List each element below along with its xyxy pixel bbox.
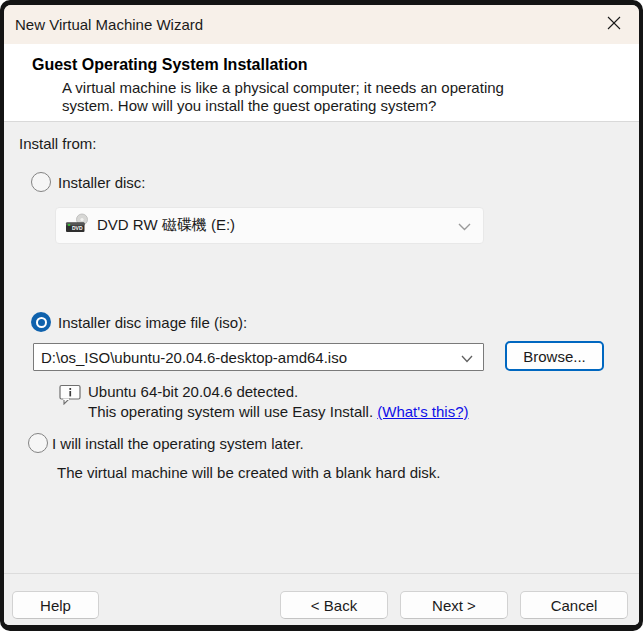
detected-os-text: Ubuntu 64-bit 20.04.6 detected. bbox=[88, 383, 298, 400]
iso-path-value[interactable]: D:\os_ISO\ubuntu-20.04.6-desktop-amd64.i… bbox=[41, 349, 461, 366]
radio-installer-disc[interactable] bbox=[31, 172, 51, 192]
step-description-line1: A virtual machine is like a physical com… bbox=[62, 79, 639, 97]
radio-install-later-label[interactable]: I will install the operating system late… bbox=[52, 435, 304, 452]
step-description-line2: system. How will you install the guest o… bbox=[62, 97, 639, 115]
info-bubble-icon bbox=[59, 384, 82, 408]
wizard-body: Install from: Installer disc: DVD DVD RW… bbox=[4, 122, 639, 573]
close-button[interactable] bbox=[597, 9, 631, 40]
whats-this-link[interactable]: (What's this?) bbox=[377, 403, 468, 420]
chevron-down-icon bbox=[458, 217, 471, 234]
wizard-footer: Help < Back Next > Cancel bbox=[4, 573, 639, 625]
iso-path-combobox[interactable]: D:\os_ISO\ubuntu-20.04.6-desktop-amd64.i… bbox=[33, 343, 484, 371]
help-button[interactable]: Help bbox=[12, 591, 99, 619]
radio-install-later[interactable] bbox=[28, 433, 48, 453]
wizard-dialog-inner: New Virtual Machine Wizard Guest Operati… bbox=[4, 5, 639, 625]
window-title: New Virtual Machine Wizard bbox=[15, 16, 203, 33]
radio-installer-iso-label[interactable]: Installer disc image file (iso): bbox=[58, 314, 247, 331]
wizard-step-header: Guest Operating System Installation A vi… bbox=[4, 44, 639, 122]
browse-button[interactable]: Browse... bbox=[505, 341, 604, 371]
close-icon bbox=[607, 16, 621, 34]
dvd-drive-icon: DVD bbox=[65, 213, 90, 239]
next-button[interactable]: Next > bbox=[400, 591, 508, 619]
step-title: Guest Operating System Installation bbox=[32, 55, 639, 75]
install-from-label: Install from: bbox=[19, 135, 97, 152]
radio-installer-disc-label[interactable]: Installer disc: bbox=[58, 174, 146, 191]
chevron-down-icon[interactable] bbox=[461, 349, 473, 366]
blank-disk-note: The virtual machine will be created with… bbox=[57, 464, 441, 481]
easy-install-text: This operating system will use Easy Inst… bbox=[88, 403, 469, 420]
wizard-dialog: New Virtual Machine Wizard Guest Operati… bbox=[0, 0, 643, 631]
svg-text:DVD: DVD bbox=[72, 225, 83, 231]
title-bar[interactable]: New Virtual Machine Wizard bbox=[4, 5, 639, 44]
dvd-drive-name: DVD RW 磁碟機 (E:) bbox=[97, 216, 458, 235]
dvd-drive-dropdown[interactable]: DVD DVD RW 磁碟機 (E:) bbox=[55, 207, 484, 244]
easy-install-text-body: This operating system will use Easy Inst… bbox=[88, 403, 377, 420]
step-description: A virtual machine is like a physical com… bbox=[62, 79, 639, 115]
back-button[interactable]: < Back bbox=[280, 591, 388, 619]
cancel-button[interactable]: Cancel bbox=[520, 591, 628, 619]
radio-installer-iso[interactable] bbox=[31, 312, 51, 332]
